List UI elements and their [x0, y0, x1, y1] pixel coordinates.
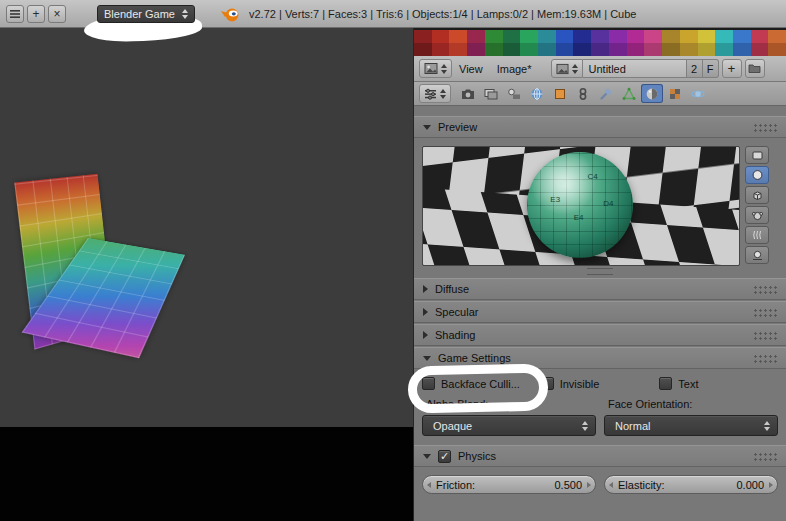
- tab-object-data[interactable]: [618, 84, 640, 103]
- image-browse-button[interactable]: [551, 59, 583, 78]
- panel-header-physics[interactable]: ✓ Physics: [414, 445, 786, 467]
- engine-dropdown[interactable]: Blender Game: [97, 5, 195, 23]
- panel-grip-icon[interactable]: [753, 452, 777, 461]
- elasticity-label: Elasticity:: [618, 479, 664, 491]
- properties-editor-type-button[interactable]: [419, 84, 451, 103]
- palette-swatch: [733, 43, 751, 56]
- mesh-data-icon: [622, 87, 636, 101]
- right-region: View Image* Untitled 2 F +: [413, 28, 786, 521]
- preview-sphere-button[interactable]: [745, 166, 769, 184]
- tab-world[interactable]: [526, 84, 548, 103]
- tab-render-layers[interactable]: [480, 84, 502, 103]
- alpha-blend-dropdown[interactable]: Opaque: [422, 415, 596, 436]
- fake-user-button[interactable]: F: [703, 59, 719, 78]
- preview-sphere-sky-button[interactable]: [745, 246, 769, 264]
- properties-header: [414, 82, 786, 106]
- preview-sphere: C4 D4 E4 E3: [527, 152, 633, 258]
- friction-slider[interactable]: Friction: 0.500: [422, 475, 596, 494]
- sphere-label: C4: [587, 172, 597, 181]
- tab-texture[interactable]: [664, 84, 686, 103]
- properties-panels: Preview: [414, 106, 786, 521]
- tab-constraints[interactable]: [572, 84, 594, 103]
- hair-icon: [751, 229, 764, 241]
- palette-swatch: [556, 30, 574, 43]
- palette-swatch: [556, 43, 574, 56]
- panel-shading: Shading: [414, 324, 786, 346]
- text-checkbox[interactable]: Text: [659, 377, 778, 390]
- panel-grip-icon[interactable]: [753, 123, 777, 132]
- panel-title: Preview: [438, 121, 477, 133]
- tab-object[interactable]: [549, 84, 571, 103]
- image-users-button[interactable]: 2: [687, 59, 703, 78]
- engine-dropdown-value: Blender Game: [104, 8, 175, 20]
- image-editor-type-button[interactable]: [419, 59, 452, 78]
- folder-icon: [748, 63, 761, 74]
- palette-swatch: [768, 30, 786, 43]
- image-menu[interactable]: Image*: [490, 63, 539, 75]
- render-layers-icon: [484, 87, 498, 101]
- sphere-label: E3: [550, 195, 560, 204]
- preview-content: C4 D4 E4 E3: [414, 138, 786, 266]
- editor-type-button[interactable]: [6, 5, 24, 23]
- preview-resize-handle[interactable]: [414, 266, 786, 276]
- checkbox-label: Invisible: [560, 378, 600, 390]
- wrench-icon: [599, 87, 613, 101]
- tab-scene[interactable]: [503, 84, 525, 103]
- sphere-label: D4: [603, 199, 613, 208]
- panel-grip-icon[interactable]: [753, 285, 777, 294]
- elasticity-slider[interactable]: Elasticity: 0.000: [604, 475, 778, 494]
- decrement-arrow-icon[interactable]: [427, 482, 431, 488]
- panel-grip-icon[interactable]: [753, 354, 777, 363]
- camera-icon: [461, 87, 475, 101]
- image-name-field[interactable]: Untitled: [583, 59, 687, 78]
- increment-arrow-icon[interactable]: [769, 482, 773, 488]
- chevron-updown-icon: [440, 89, 446, 99]
- panel-grip-icon[interactable]: [753, 308, 777, 317]
- new-image-button[interactable]: +: [722, 59, 742, 78]
- checkbox-icon[interactable]: [659, 377, 672, 390]
- palette-swatch: [662, 30, 680, 43]
- palette-swatch: [609, 43, 627, 56]
- panel-diffuse: Diffuse: [414, 278, 786, 300]
- palette-swatch: [715, 43, 733, 56]
- viewport-canvas[interactable]: [0, 28, 413, 427]
- panel-grip-icon[interactable]: [753, 331, 777, 340]
- palette-swatch: [609, 30, 627, 43]
- preview-flat-button[interactable]: [745, 146, 769, 164]
- palette-swatch: [680, 30, 698, 43]
- close-window-button[interactable]: ×: [48, 5, 66, 23]
- face-orientation-dropdown[interactable]: Normal: [604, 415, 778, 436]
- tab-modifiers[interactable]: [595, 84, 617, 103]
- palette-swatch: [768, 43, 786, 56]
- preview-monkey-button[interactable]: [745, 206, 769, 224]
- constraints-icon: [576, 87, 590, 101]
- sphere-sky-icon: [751, 249, 764, 261]
- panel-header-preview[interactable]: Preview: [414, 116, 786, 138]
- viewport-3d[interactable]: [0, 28, 413, 521]
- panel-title: Specular: [435, 306, 478, 318]
- palette-swatch: [538, 30, 556, 43]
- add-window-button[interactable]: +: [27, 5, 45, 23]
- physics-enable-checkbox[interactable]: ✓: [438, 450, 451, 463]
- tab-material[interactable]: [641, 84, 663, 103]
- panel-header-diffuse[interactable]: Diffuse: [414, 278, 786, 300]
- increment-arrow-icon[interactable]: [587, 482, 591, 488]
- invisible-checkbox[interactable]: Invisible: [541, 377, 660, 390]
- panel-header-specular[interactable]: Specular: [414, 301, 786, 323]
- palette-swatch: [467, 30, 485, 43]
- palette-swatch: [573, 43, 591, 56]
- palette-swatch: [627, 43, 645, 56]
- properties-icon: [424, 88, 437, 100]
- image-editor-header: View Image* Untitled 2 F +: [414, 56, 786, 82]
- tab-render[interactable]: [457, 84, 479, 103]
- view-menu[interactable]: View: [452, 63, 490, 75]
- preview-hair-button[interactable]: [745, 226, 769, 244]
- palette-swatch: [715, 30, 733, 43]
- collapse-arrow-icon: [423, 285, 428, 293]
- decrement-arrow-icon[interactable]: [609, 482, 613, 488]
- preview-cube-button[interactable]: [745, 186, 769, 204]
- open-image-button[interactable]: [745, 59, 765, 78]
- palette-swatch: [644, 43, 662, 56]
- tab-physics[interactable]: [687, 84, 709, 103]
- panel-header-shading[interactable]: Shading: [414, 324, 786, 346]
